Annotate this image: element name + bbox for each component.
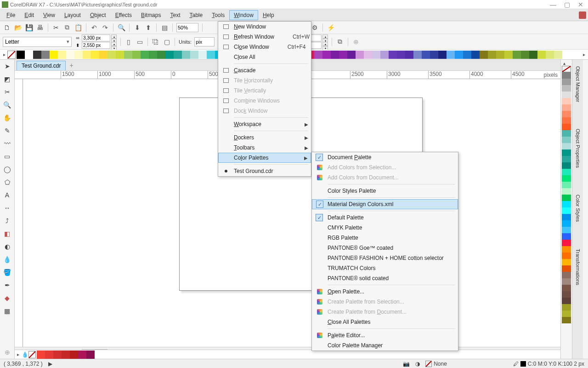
color-swatch[interactable] <box>190 51 198 59</box>
color-swatch[interactable] <box>562 233 571 240</box>
color-swatch[interactable] <box>562 265 571 272</box>
docker-tab-color-styles[interactable]: Color Styles <box>574 193 582 224</box>
menu-edit[interactable]: Edit <box>20 10 39 20</box>
color-swatch[interactable] <box>447 51 455 59</box>
color-swatch[interactable] <box>37 351 45 359</box>
color-swatch[interactable] <box>45 351 53 359</box>
color-swatch[interactable] <box>198 51 207 59</box>
menu-item-close-all[interactable]: Close All <box>218 52 311 62</box>
search-icon[interactable]: 🔍 <box>117 23 125 32</box>
minimize-button[interactable]: — <box>548 1 559 8</box>
crop-tool-icon[interactable]: ✂ <box>3 87 12 97</box>
paste-icon[interactable]: 📋 <box>74 23 82 32</box>
color-swatch[interactable] <box>562 79 571 85</box>
color-swatch[interactable] <box>339 51 347 59</box>
palette-scroll-up-icon[interactable]: ▴ <box>561 61 567 66</box>
menu-item-close-all-palettes[interactable]: Close All Palettes <box>312 317 458 327</box>
portrait-icon[interactable]: ▯ <box>124 38 133 46</box>
menu-text[interactable]: Text <box>165 10 185 20</box>
color-swatch[interactable] <box>562 175 571 182</box>
menu-file[interactable]: File <box>2 10 20 20</box>
color-swatch[interactable] <box>562 130 571 137</box>
rectangle-tool-icon[interactable]: ▭ <box>3 152 12 161</box>
color-swatch[interactable] <box>132 51 141 59</box>
duplicate-distance-icon[interactable]: ⧉ <box>336 38 344 46</box>
color-swatch[interactable] <box>380 51 389 59</box>
color-swatch[interactable] <box>25 51 33 59</box>
palette-flyout-icon[interactable]: ▸ <box>1 52 7 57</box>
publish-icon[interactable]: ▤ <box>160 23 169 32</box>
redo-icon[interactable]: ↷ <box>101 23 109 32</box>
color-swatch[interactable] <box>562 317 571 323</box>
color-swatch[interactable] <box>50 51 58 59</box>
color-swatch[interactable] <box>562 98 571 104</box>
connector-tool-icon[interactable]: ⤴ <box>3 216 12 225</box>
color-swatch[interactable] <box>562 182 571 188</box>
color-swatch[interactable] <box>562 246 571 253</box>
color-swatch[interactable] <box>521 51 529 59</box>
color-swatch[interactable] <box>33 51 41 59</box>
color-swatch[interactable] <box>562 310 571 317</box>
color-swatch[interactable] <box>107 51 116 59</box>
page-width-input[interactable] <box>82 34 110 41</box>
smart-fill-icon[interactable]: ▦ <box>3 306 12 316</box>
color-swatch[interactable] <box>405 51 413 59</box>
no-color-swatch[interactable] <box>562 66 571 72</box>
color-swatch[interactable] <box>562 85 571 92</box>
color-swatch[interactable] <box>471 51 480 59</box>
zoom-tool-icon[interactable]: 🔍 <box>3 100 12 109</box>
no-color-swatch[interactable] <box>7 51 16 59</box>
color-swatch[interactable] <box>430 51 438 59</box>
menu-item-toolbars[interactable]: Toolbars▶ <box>218 143 311 153</box>
color-swatch[interactable] <box>182 51 190 59</box>
menu-help[interactable]: Help <box>258 10 279 20</box>
artistic-media-icon[interactable]: 〰 <box>3 139 12 148</box>
menu-item-document-palette[interactable]: ✓Document Palette <box>312 152 458 162</box>
eyedropper-icon[interactable]: 💧 <box>3 255 12 264</box>
color-swatch[interactable] <box>397 51 405 59</box>
menu-item-cmyk-palette[interactable]: CMYK Palette <box>312 223 458 233</box>
page-height-input[interactable] <box>82 42 110 49</box>
shape-tool-icon[interactable]: ◩ <box>3 75 12 84</box>
landscape-icon[interactable]: ▭ <box>136 38 144 46</box>
menu-item-material-design-colors-xml[interactable]: ✓Material Design Colors.xml <box>312 199 458 209</box>
nudge-x-spinner[interactable]: ▴▾ <box>322 34 328 41</box>
color-swatch[interactable] <box>422 51 430 59</box>
color-swatch[interactable] <box>322 51 331 59</box>
color-swatch[interactable] <box>562 156 571 162</box>
color-swatch[interactable] <box>562 227 571 233</box>
add-tab-button[interactable]: + <box>66 60 77 70</box>
color-swatch[interactable] <box>41 51 50 59</box>
color-swatch[interactable] <box>562 240 571 246</box>
menu-view[interactable]: View <box>39 10 60 20</box>
menu-item-close-window[interactable]: Close WindowCtrl+F4 <box>218 42 311 52</box>
menu-item-new-window[interactable]: New Window <box>218 22 311 32</box>
freehand-tool-icon[interactable]: ✎ <box>3 126 12 135</box>
palette-flyout-icon[interactable]: ▸ <box>15 352 21 357</box>
color-proof-icon[interactable]: ◑ <box>415 361 420 367</box>
color-swatch[interactable] <box>58 51 66 59</box>
menu-object[interactable]: Object <box>85 10 111 20</box>
menu-item-rgb-palette[interactable]: RGB Palette <box>312 233 458 243</box>
save-icon[interactable]: 💾 <box>25 23 33 32</box>
color-swatch[interactable] <box>562 207 571 214</box>
color-swatch[interactable] <box>347 51 356 59</box>
menu-item-workspace[interactable]: Workspace▶ <box>218 119 311 129</box>
undo-icon[interactable]: ↶ <box>90 23 98 32</box>
palette-scroll-right-icon[interactable]: ▸ <box>581 52 587 57</box>
launch-icon[interactable]: ⚡ <box>327 23 335 32</box>
menu-item-refresh-window[interactable]: Refresh WindowCtrl+W <box>218 32 311 42</box>
fill-tool-icon[interactable]: 🪣 <box>3 268 12 277</box>
menu-item-dockers[interactable]: Dockers▶ <box>218 132 311 143</box>
color-swatch[interactable] <box>86 351 95 359</box>
color-swatch[interactable] <box>562 143 571 150</box>
print-icon[interactable]: 🖶 <box>36 23 44 32</box>
color-swatch[interactable] <box>562 104 571 111</box>
add-tool-icon[interactable]: ⊕ <box>3 348 12 357</box>
menu-item-palette-editor[interactable]: Palette Editor... <box>312 330 458 340</box>
new-icon[interactable]: 🗋 <box>3 23 11 32</box>
height-spinner[interactable]: ▴▾ <box>111 42 117 49</box>
color-swatch[interactable] <box>78 351 86 359</box>
color-swatch[interactable] <box>562 298 571 304</box>
current-page-icon[interactable]: ▢ <box>163 38 171 46</box>
